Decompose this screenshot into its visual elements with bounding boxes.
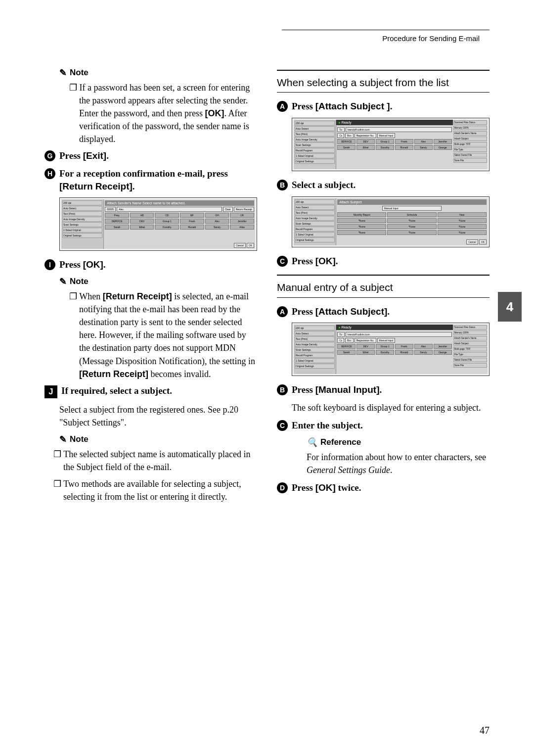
pencil-icon: ✎ <box>59 434 67 445</box>
ss-name-cell[interactable]: Ronald <box>180 225 204 230</box>
header-rule <box>282 30 490 30</box>
ss-name-cell[interactable]: SERVICE <box>337 139 356 144</box>
ss-return-receipt-button[interactable]: Return Receipt <box>234 207 254 212</box>
ss-subject-item[interactable]: New <box>438 212 487 217</box>
ss-name-cell[interactable]: Group 1 <box>155 219 179 224</box>
ss-left-item: Auto Detect <box>62 206 102 211</box>
ss-left-item: Recall Program <box>295 227 335 232</box>
ss-regno-button[interactable]: Registration No. <box>355 133 376 138</box>
ss-subject-item[interactable]: *None <box>387 230 436 235</box>
ss-left-item: 1 Sided Original <box>295 153 335 158</box>
ss-subject-item[interactable]: *None <box>438 218 487 223</box>
ss-subject-item[interactable]: Monthly Report <box>337 212 386 217</box>
step-number-icon: C <box>277 256 288 267</box>
ss-name-cell[interactable]: Ronald <box>395 350 413 355</box>
ss-attach-subject-button[interactable]: Attach Subject <box>453 341 487 346</box>
ss-name-cell[interactable]: George <box>434 145 452 150</box>
ss-name-cell[interactable]: Ethel <box>130 225 154 230</box>
ss-ok-button[interactable]: OK <box>247 243 254 248</box>
ss-scanned-status[interactable]: Scanned Files Status <box>453 120 487 125</box>
ss-tab[interactable]: GH <box>205 213 229 218</box>
ss-manual-input-button[interactable]: Manual Input <box>377 133 396 138</box>
ss-name-cell[interactable]: Dorothy <box>376 145 394 150</box>
ss-name-cell[interactable]: Frank <box>395 344 413 349</box>
ss-name-cell[interactable]: SERVICE <box>337 344 356 349</box>
ss-name-cell[interactable]: Alex <box>414 139 433 144</box>
ss-subject-item[interactable]: *None <box>337 224 386 229</box>
ss-subject-item[interactable]: Schedule <box>387 212 436 217</box>
ss-name-cell[interactable]: Jennifer <box>230 219 254 224</box>
ss-tab[interactable]: CD <box>155 213 179 218</box>
reference-heading: 🔍 Reference <box>307 437 490 448</box>
step-number-icon: G <box>44 150 55 161</box>
ss-name-cell[interactable]: Ronald <box>395 145 413 150</box>
ss-name-cell[interactable]: Sarah <box>337 145 356 150</box>
note2-bullet: When [Return Receipt] is selected, an e-… <box>69 290 257 380</box>
ss-attach-sender-button[interactable]: Attach Sender's Name <box>453 336 487 340</box>
ss-name-cell[interactable]: Group 1 <box>376 139 394 144</box>
ss-name-cell[interactable]: Jennifer <box>434 139 452 144</box>
ss-left-item: 1 Sided Original <box>62 228 102 233</box>
ss-name-cell[interactable]: Alex <box>414 344 433 349</box>
ss-tab[interactable]: AB <box>130 213 154 218</box>
ss-store-file-button[interactable]: Store File <box>453 158 487 163</box>
ss-name-cell[interactable]: Dorothy <box>155 225 179 230</box>
ss-name-cell[interactable]: DEV <box>356 139 375 144</box>
ss-left-item: Auto Image Density <box>295 342 335 347</box>
ss-tab[interactable]: Freq. <box>105 213 129 218</box>
ss-subject-item[interactable]: *None <box>438 230 487 235</box>
ss-left-item: 200 dpi <box>295 199 335 204</box>
ss-cancel-button[interactable]: Cancel <box>234 243 246 248</box>
ss-subject-item[interactable]: *None <box>337 218 386 223</box>
ss-subject-item[interactable]: *None <box>337 230 386 235</box>
ss-name-cell[interactable]: Frank <box>395 139 413 144</box>
ss-name-cell[interactable]: Sarah <box>105 225 129 230</box>
ss-left-item: 200 dpi <box>295 326 335 331</box>
ss-store-file-button[interactable]: Store File <box>453 363 487 368</box>
ss-name-cell[interactable]: George <box>434 350 452 355</box>
ss-clear-button[interactable]: Clear <box>223 207 233 212</box>
ss-name-cell[interactable]: Sandy <box>414 350 433 355</box>
ss-manual-input-button[interactable]: Manual Input <box>377 338 396 343</box>
ss-name-cell[interactable]: DEV <box>130 219 154 224</box>
ss-name-cell[interactable]: Jennifer <box>434 344 452 349</box>
ss-subject-item[interactable]: *None <box>387 218 436 223</box>
ss-tab[interactable]: IJK <box>230 213 254 218</box>
ss-name-cell[interactable]: Sandy <box>414 145 433 150</box>
s2-step4: D Press [OK] twice. <box>277 481 490 494</box>
ss-sender-bar: Attach Sender's Name Select name to be a… <box>105 200 254 206</box>
ss-cc[interactable]: Cc <box>337 338 344 343</box>
ss-cc[interactable]: Cc <box>337 133 344 138</box>
ss-file-type-button[interactable]: File Type <box>453 352 487 357</box>
ss-manual-input-button[interactable]: Manual Input <box>382 206 442 211</box>
ss-bcc[interactable]: Bcc <box>345 133 353 138</box>
ss-name-cell[interactable]: Sarah <box>337 350 356 355</box>
step-number-icon: A <box>277 306 288 317</box>
ss-scanned-status[interactable]: Scanned Files Status <box>453 325 487 330</box>
ss-subject-item[interactable]: *None <box>438 224 487 229</box>
ss-select-stored-button[interactable]: Select Stored File <box>453 358 487 362</box>
ss-cancel-button[interactable]: Cancel <box>466 239 478 244</box>
ss-bcc[interactable]: Bcc <box>345 338 353 343</box>
ss-name-cell[interactable]: Frank <box>180 219 204 224</box>
ss-attach-sender-button[interactable]: Attach Sender's Name <box>453 131 487 136</box>
ss-name-cell[interactable]: Group 1 <box>376 344 394 349</box>
ss-regno-button[interactable]: Registration No. <box>355 338 376 343</box>
ss-name-cell[interactable]: Sandy <box>205 225 229 230</box>
ss-ok-button[interactable]: OK <box>479 239 487 244</box>
ss-attach-subject-button[interactable]: Attach Subject <box>453 137 487 141</box>
ss-name-cell[interactable]: Dorothy <box>376 350 394 355</box>
ss-name-cell[interactable]: Ethel <box>356 350 375 355</box>
ss-name-cell[interactable]: Alice <box>230 225 254 230</box>
ss-subject-item[interactable]: *None <box>387 224 436 229</box>
ss-tab[interactable]: EF <box>180 213 204 218</box>
ss-left-item: Auto Image Density <box>295 137 335 142</box>
ss-name-cell[interactable]: Alex <box>205 219 229 224</box>
ss-file-type-button[interactable]: File Type <box>453 147 487 152</box>
step-10-body: Select a subject from the registered one… <box>59 403 257 429</box>
ss-name-cell[interactable]: Ethel <box>356 145 375 150</box>
ss-select-stored-button[interactable]: Select Stored File <box>453 153 487 157</box>
ss-name-cell[interactable]: DEV <box>356 344 375 349</box>
ss-name-cell[interactable]: SERVICE <box>105 219 129 224</box>
ss-left-item: 1 Sided Original <box>295 232 335 237</box>
